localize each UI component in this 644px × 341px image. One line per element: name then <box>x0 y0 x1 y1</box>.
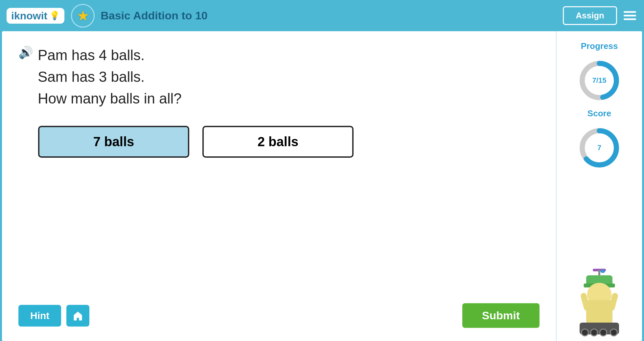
question-section: 🔊 Pam has 4 balls. Sam has 3 balls. How … <box>18 44 540 300</box>
progress-value: 7/15 <box>592 76 607 85</box>
mascot <box>566 262 632 334</box>
lesson-title: Basic Addition to 10 <box>101 9 208 22</box>
question-text: 🔊 Pam has 4 balls. Sam has 3 balls. How … <box>18 44 540 109</box>
answers-row: 7 balls 2 balls <box>18 126 540 158</box>
hamburger-line-2 <box>624 15 636 16</box>
mascot-wheel-1 <box>581 329 589 336</box>
lightbulb-icon: 💡 <box>49 11 60 21</box>
mascot-wheel-2 <box>590 329 598 336</box>
question-line-3: How many balls in all? <box>38 88 182 109</box>
assign-button[interactable]: Assign <box>563 6 617 25</box>
mascot-tank <box>580 323 619 334</box>
app-header: iknowit 💡 ★ Basic Addition to 10 Assign <box>0 0 644 31</box>
bottom-left-buttons: Hint <box>18 305 89 327</box>
mascot-wheel-4 <box>610 329 618 336</box>
progress-label: Progress <box>581 41 618 51</box>
score-label: Score <box>587 108 611 119</box>
sound-icon[interactable]: 🔊 <box>18 46 33 59</box>
main-area: 🔊 Pam has 4 balls. Sam has 3 balls. How … <box>2 31 642 341</box>
star-circle: ★ <box>71 4 95 28</box>
menu-button[interactable] <box>622 10 637 21</box>
progress-donut: 7/15 <box>578 59 621 102</box>
logo-text: iknowit <box>11 11 47 21</box>
score-donut: 7 <box>578 126 621 169</box>
submit-button[interactable]: Submit <box>462 303 540 328</box>
mascot-body <box>586 300 612 325</box>
question-line-2: Sam has 3 balls. <box>38 66 182 88</box>
sidebar: Progress 7/15 Score 7 <box>557 31 642 341</box>
logo-area: iknowit 💡 ★ Basic Addition to 10 <box>7 4 208 28</box>
mascot-area <box>563 262 635 334</box>
hamburger-line-3 <box>624 18 636 20</box>
home-icon <box>72 310 84 322</box>
header-right: Assign <box>563 6 637 25</box>
question-lines: Pam has 4 balls. Sam has 3 balls. How ma… <box>38 44 182 109</box>
hint-button[interactable]: Hint <box>18 305 61 327</box>
bottom-bar: Hint Submit <box>18 300 540 331</box>
answer-option-1[interactable]: 7 balls <box>38 126 189 158</box>
star-icon: ★ <box>77 7 89 24</box>
score-value: 7 <box>597 144 601 152</box>
content-area: 🔊 Pam has 4 balls. Sam has 3 balls. How … <box>2 31 557 341</box>
home-button[interactable] <box>66 305 89 327</box>
logo-box: iknowit 💡 <box>7 8 64 24</box>
mascot-pacifier <box>600 270 605 273</box>
question-line-1: Pam has 4 balls. <box>38 44 182 66</box>
hamburger-line-1 <box>624 11 636 13</box>
answer-option-2[interactable]: 2 balls <box>202 126 354 158</box>
mascot-wheel-3 <box>599 329 607 336</box>
